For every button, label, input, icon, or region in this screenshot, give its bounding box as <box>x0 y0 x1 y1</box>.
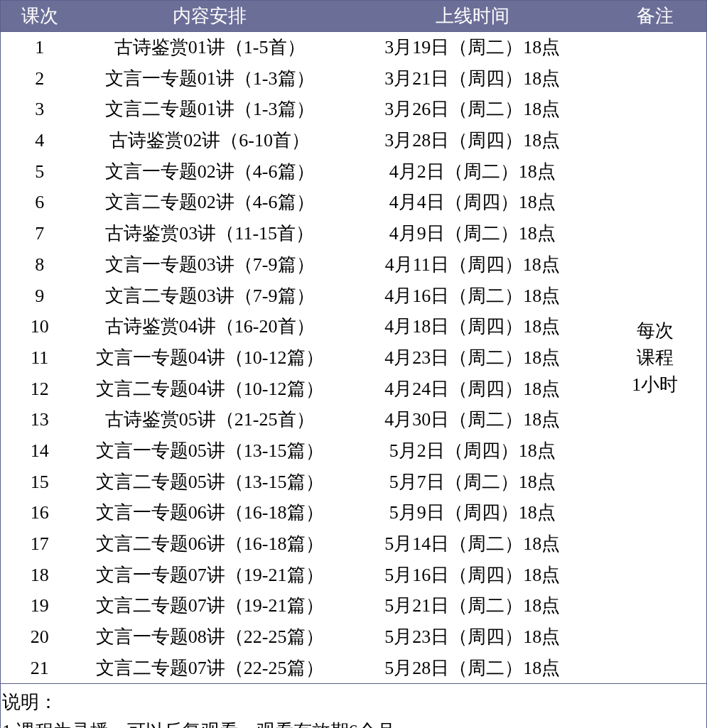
cell-time: 3月21日（周四）18点 <box>341 63 604 94</box>
cell-time: 3月26日（周二）18点 <box>341 94 604 125</box>
cell-num: 8 <box>1 249 79 281</box>
cell-time: 3月19日（周二）18点 <box>341 32 604 63</box>
notes-section: 说明： 1.课程为录播，可以反复观看，观看有效期6个月 2.课程讲义会提前一周发… <box>0 684 707 728</box>
header-note: 备注 <box>604 1 707 32</box>
header-time: 上线时间 <box>341 1 604 32</box>
header-num: 课次 <box>1 1 79 32</box>
cell-content: 文言一专题05讲（13-15篇） <box>78 435 341 467</box>
cell-time: 4月18日（周四）18点 <box>341 311 604 342</box>
cell-content: 文言一专题04讲（10-12篇） <box>78 342 341 374</box>
cell-content: 古诗鉴赏04讲（16-20首） <box>78 311 341 342</box>
cell-num: 9 <box>1 281 79 312</box>
cell-time: 5月21日（周二）18点 <box>341 590 604 621</box>
cell-time: 4月30日（周二）18点 <box>341 404 604 435</box>
cell-time: 5月23日（周四）18点 <box>341 621 604 653</box>
cell-content: 文言二专题04讲（10-12篇） <box>78 374 341 405</box>
table-row: 12文言二专题04讲（10-12篇）4月24日（周四）18点 <box>1 374 707 405</box>
table-row: 13古诗鉴赏05讲（21-25首）4月30日（周二）18点 <box>1 404 707 435</box>
table-row: 9文言二专题03讲（7-9篇）4月16日（周二）18点 <box>1 281 707 312</box>
table-row: 5文言一专题02讲（4-6篇）4月2日（周二）18点 <box>1 156 707 188</box>
cell-content: 文言一专题06讲（16-18篇） <box>78 497 341 528</box>
cell-num: 13 <box>1 404 79 435</box>
schedule-table: 课次 内容安排 上线时间 备注 1古诗鉴赏01讲（1-5首）3月19日（周二）1… <box>0 0 707 684</box>
notes-item-1: 1.课程为录播，可以反复观看，观看有效期6个月 <box>2 717 705 728</box>
cell-time: 4月11日（周四）18点 <box>341 249 604 281</box>
table-row: 15文言二专题05讲（13-15篇）5月7日（周二）18点 <box>1 467 707 498</box>
cell-num: 20 <box>1 621 79 653</box>
cell-content: 文言一专题01讲（1-3篇） <box>78 63 341 94</box>
cell-num: 16 <box>1 497 79 528</box>
cell-num: 12 <box>1 374 79 405</box>
table-row: 8文言一专题03讲（7-9篇）4月11日（周四）18点 <box>1 249 707 281</box>
cell-time: 5月7日（周二）18点 <box>341 467 604 498</box>
table-row: 18文言一专题07讲（19-21篇）5月16日（周四）18点 <box>1 560 707 591</box>
cell-content: 文言二专题06讲（16-18篇） <box>78 528 341 560</box>
cell-content: 古诗鉴赏02讲（6-10首） <box>78 125 341 156</box>
cell-num: 4 <box>1 125 79 156</box>
cell-num: 14 <box>1 435 79 467</box>
cell-num: 19 <box>1 590 79 621</box>
cell-num: 1 <box>1 32 79 63</box>
cell-content: 文言二专题07讲（19-21篇） <box>78 590 341 621</box>
cell-content: 文言二专题01讲（1-3篇） <box>78 94 341 125</box>
cell-time: 4月9日（周二）18点 <box>341 218 604 249</box>
cell-time: 4月2日（周二）18点 <box>341 156 604 188</box>
table-row: 21文言二专题07讲（22-25篇）5月28日（周二）18点 <box>1 653 707 684</box>
table-row: 2文言一专题01讲（1-3篇）3月21日（周四）18点 <box>1 63 707 94</box>
cell-time: 3月28日（周四）18点 <box>341 125 604 156</box>
table-header-row: 课次 内容安排 上线时间 备注 <box>1 1 707 32</box>
table-row: 11文言一专题04讲（10-12篇）4月23日（周二）18点 <box>1 342 707 374</box>
header-content: 内容安排 <box>78 1 341 32</box>
cell-content: 文言一专题03讲（7-9篇） <box>78 249 341 281</box>
notes-title: 说明： <box>2 688 705 717</box>
cell-time: 5月2日（周四）18点 <box>341 435 604 467</box>
cell-content: 文言二专题05讲（13-15篇） <box>78 467 341 498</box>
table-row: 6文言二专题02讲（4-6篇）4月4日（周四）18点 <box>1 187 707 218</box>
cell-num: 2 <box>1 63 79 94</box>
cell-content: 古诗鉴赏05讲（21-25首） <box>78 404 341 435</box>
cell-content: 古诗鉴赏03讲（11-15首） <box>78 218 341 249</box>
cell-time: 5月14日（周二）18点 <box>341 528 604 560</box>
table-row: 17文言二专题06讲（16-18篇）5月14日（周二）18点 <box>1 528 707 560</box>
cell-num: 3 <box>1 94 79 125</box>
cell-num: 18 <box>1 560 79 591</box>
cell-content: 文言一专题07讲（19-21篇） <box>78 560 341 591</box>
cell-content: 文言一专题08讲（22-25篇） <box>78 621 341 653</box>
cell-time: 4月23日（周二）18点 <box>341 342 604 374</box>
cell-content: 文言一专题02讲（4-6篇） <box>78 156 341 188</box>
cell-note-merged: 每次课程1小时 <box>604 32 707 684</box>
cell-time: 4月24日（周四）18点 <box>341 374 604 405</box>
cell-num: 17 <box>1 528 79 560</box>
cell-num: 7 <box>1 218 79 249</box>
cell-time: 5月16日（周四）18点 <box>341 560 604 591</box>
cell-num: 6 <box>1 187 79 218</box>
table-row: 20文言一专题08讲（22-25篇）5月23日（周四）18点 <box>1 621 707 653</box>
table-row: 1古诗鉴赏01讲（1-5首）3月19日（周二）18点每次课程1小时 <box>1 32 707 63</box>
note-line: 1小时 <box>605 371 705 398</box>
cell-num: 10 <box>1 311 79 342</box>
table-row: 10古诗鉴赏04讲（16-20首）4月18日（周四）18点 <box>1 311 707 342</box>
cell-num: 15 <box>1 467 79 498</box>
table-row: 19文言二专题07讲（19-21篇）5月21日（周二）18点 <box>1 590 707 621</box>
cell-content: 古诗鉴赏01讲（1-5首） <box>78 32 341 63</box>
cell-content: 文言二专题02讲（4-6篇） <box>78 187 341 218</box>
table-row: 16文言一专题06讲（16-18篇）5月9日（周四）18点 <box>1 497 707 528</box>
table-row: 7古诗鉴赏03讲（11-15首）4月9日（周二）18点 <box>1 218 707 249</box>
cell-content: 文言二专题03讲（7-9篇） <box>78 281 341 312</box>
cell-num: 5 <box>1 156 79 188</box>
note-line: 课程 <box>605 344 705 371</box>
table-row: 14文言一专题05讲（13-15篇）5月2日（周四）18点 <box>1 435 707 467</box>
table-row: 3文言二专题01讲（1-3篇）3月26日（周二）18点 <box>1 94 707 125</box>
cell-time: 4月4日（周四）18点 <box>341 187 604 218</box>
cell-time: 4月16日（周二）18点 <box>341 281 604 312</box>
table-row: 4古诗鉴赏02讲（6-10首）3月28日（周四）18点 <box>1 125 707 156</box>
cell-num: 11 <box>1 342 79 374</box>
cell-time: 5月28日（周二）18点 <box>341 653 604 684</box>
note-line: 每次 <box>605 317 705 344</box>
cell-content: 文言二专题07讲（22-25篇） <box>78 653 341 684</box>
cell-num: 21 <box>1 653 79 684</box>
cell-time: 5月9日（周四）18点 <box>341 497 604 528</box>
